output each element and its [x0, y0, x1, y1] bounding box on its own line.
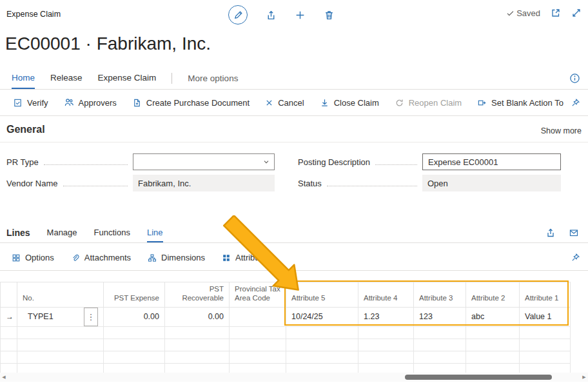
no-value: TYPE1 [23, 312, 84, 321]
grid-cell[interactable] [286, 351, 358, 363]
edit-button[interactable] [228, 5, 248, 25]
new-document-icon[interactable] [295, 10, 306, 21]
tab-home[interactable]: Home [12, 68, 35, 89]
status-value-box[interactable]: Open [422, 175, 561, 192]
grid-cell[interactable] [286, 326, 358, 339]
grid-empty-row[interactable] [1, 351, 571, 363]
grid-cell[interactable]: Value 1 [520, 307, 571, 326]
row-more-options-button[interactable]: ⋮ [84, 308, 98, 326]
tab-release[interactable]: Release [50, 68, 83, 89]
expand-icon[interactable] [571, 8, 582, 18]
grid-cell[interactable]: 1.23 [358, 307, 414, 326]
column-header[interactable]: PST Recoverable [165, 282, 230, 308]
column-header[interactable]: Attribute 2 [466, 282, 520, 308]
lines-tab-functions[interactable]: Functions [94, 223, 130, 242]
grid-cell[interactable] [165, 326, 230, 339]
tab-home-label: Home [12, 73, 35, 83]
grid-cell[interactable] [17, 326, 104, 339]
grid-cell[interactable]: abc [466, 307, 520, 326]
grid-cell[interactable] [165, 351, 230, 363]
action-verify[interactable]: Verify [13, 98, 48, 108]
toolbar-attachments[interactable]: Attachments [71, 253, 131, 262]
grid-cell[interactable] [414, 351, 466, 363]
grid-cell[interactable] [286, 339, 358, 351]
scrollbar-thumb[interactable] [405, 375, 552, 380]
grid-cell[interactable] [230, 351, 286, 363]
grid-cell[interactable] [17, 351, 104, 363]
grid-cell[interactable] [520, 326, 571, 339]
column-header[interactable]: No. [17, 282, 104, 308]
show-more-link[interactable]: Show more [541, 126, 582, 135]
grid-cell[interactable] [414, 326, 466, 339]
toolbar-options[interactable]: Options [12, 253, 54, 262]
grid-cell[interactable] [104, 339, 165, 351]
grid-cell[interactable] [1, 339, 17, 351]
grid-cell[interactable] [520, 351, 571, 363]
grid-cell[interactable] [466, 326, 520, 339]
column-header[interactable]: Attribute 4 [358, 282, 414, 308]
share-icon[interactable] [266, 10, 277, 21]
grid-cell[interactable] [1, 326, 17, 339]
grid-cell-no[interactable]: TYPE1 ⋮ [17, 307, 104, 326]
vendor-name-value-box[interactable]: Fabrikam, Inc. [133, 175, 275, 192]
lines-tab-manage[interactable]: Manage [47, 223, 77, 242]
grid-cell[interactable] [165, 339, 230, 351]
grid-cell[interactable] [104, 326, 165, 339]
arrow-down-to-bar-icon [320, 98, 329, 108]
grid-cell[interactable] [230, 326, 286, 339]
lines-section-header: Lines Manage Functions Line [0, 223, 588, 243]
grid-cell[interactable] [466, 339, 520, 351]
grid-cell[interactable] [230, 339, 286, 351]
toolbar-dimensions[interactable]: Dimensions [148, 253, 205, 262]
grid-cell[interactable]: 123 [414, 307, 466, 326]
grid-cell[interactable]: 10/24/25 [286, 307, 358, 326]
grid-cell[interactable]: 0.00 [104, 307, 165, 326]
grid-empty-row[interactable] [1, 326, 571, 339]
column-header[interactable]: Provincial Tax Area Code [230, 282, 286, 308]
scroll-right-arrow-icon[interactable]: ▶ [580, 373, 588, 382]
action-close-claim[interactable]: Close Claim [320, 98, 379, 108]
column-header[interactable]: Attribute 5 [286, 282, 358, 308]
grid-cell[interactable] [230, 307, 286, 326]
dotted-leader [63, 185, 128, 186]
dimensions-icon [148, 253, 157, 262]
column-header[interactable]: Attribute 1 [520, 282, 571, 308]
share-icon[interactable] [545, 228, 556, 238]
grid-cell[interactable] [414, 339, 466, 351]
info-icon[interactable] [569, 73, 580, 84]
pr-type-combobox[interactable] [133, 153, 275, 170]
grid-cell[interactable] [17, 339, 104, 351]
lines-tab-line[interactable]: Line [147, 223, 163, 242]
grid-cell[interactable] [104, 351, 165, 363]
grid-cell[interactable]: 0.00 [165, 307, 230, 326]
horizontal-scrollbar[interactable]: ◀ ▶ [0, 373, 588, 382]
action-create-purchase-document[interactable]: Create Purchase Document [132, 98, 250, 108]
grid-cell[interactable] [358, 326, 414, 339]
pin-icon[interactable] [571, 90, 580, 115]
toolbar-attributes[interactable]: Attributes [222, 253, 271, 262]
page-caption: Expense Claim [6, 10, 61, 19]
grid-cell[interactable] [466, 351, 520, 363]
grid-cell[interactable] [1, 351, 17, 363]
grid-cell[interactable] [358, 339, 414, 351]
grid-cell[interactable] [358, 351, 414, 363]
top-bar: Expense Claim Saved [0, 0, 588, 30]
column-header[interactable]: PST Expense [104, 282, 165, 308]
tab-expense-claim[interactable]: Expense Claim [98, 68, 157, 89]
more-options-button[interactable]: More options [188, 68, 238, 89]
grid-empty-row[interactable] [1, 339, 571, 351]
pin-icon[interactable] [571, 245, 580, 270]
grid-header-row: No. PST Expense PST Recoverable Provinci… [1, 282, 571, 308]
action-cancel[interactable]: Cancel [265, 98, 304, 108]
status-label: Status [298, 179, 322, 188]
action-approvers[interactable]: Approvers [64, 97, 117, 108]
column-header[interactable]: Attribute 3 [414, 282, 466, 308]
email-icon[interactable] [569, 228, 579, 238]
scroll-left-arrow-icon[interactable]: ◀ [0, 373, 8, 382]
action-set-blank-action-to[interactable]: Set Blank Action To [477, 98, 564, 108]
open-in-new-window-icon[interactable] [551, 8, 561, 18]
delete-icon[interactable] [324, 10, 335, 21]
grid-cell[interactable] [520, 339, 571, 351]
active-row-marker: → [1, 307, 17, 326]
posting-description-input[interactable]: Expense EC00001 [422, 153, 561, 170]
